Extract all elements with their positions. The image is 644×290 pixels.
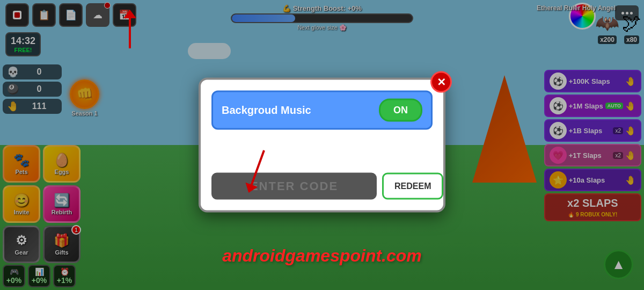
music-label: Backgroud Music [222,104,311,117]
close-icon: ✕ [437,76,446,89]
code-input[interactable] [211,173,377,200]
music-toggle-button[interactable]: ON [379,99,422,122]
modal-overlay[interactable]: ✕ Backgroud Music ON REDEEM [0,0,644,290]
settings-modal: ✕ Backgroud Music ON REDEEM [199,78,445,213]
modal-close-button[interactable]: ✕ [430,71,452,93]
code-input-area: REDEEM [211,173,433,200]
redeem-button[interactable]: REDEEM [382,173,443,200]
music-toggle-row: Backgroud Music ON [211,91,433,130]
